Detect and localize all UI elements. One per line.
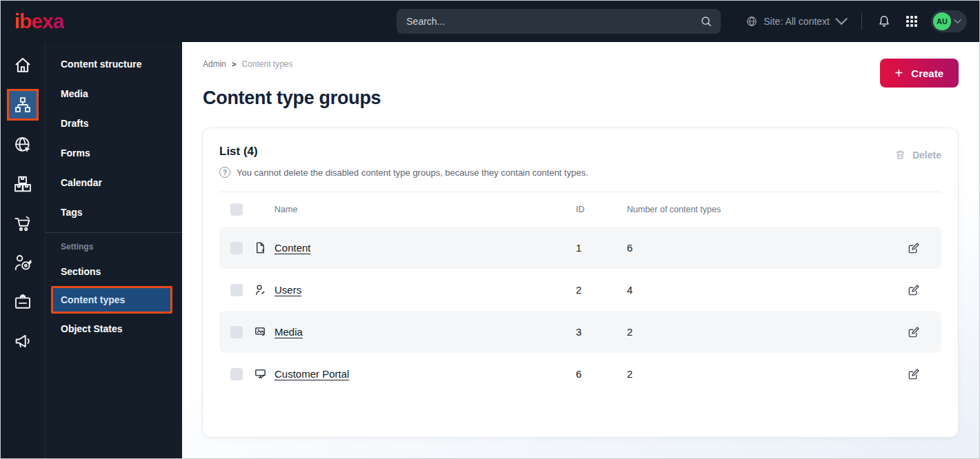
id-badge-icon xyxy=(12,292,33,312)
sidebar-item-object-states[interactable]: Object States xyxy=(46,314,182,343)
secondary-sidebar: Content structure Media Drafts Forms Cal… xyxy=(45,42,182,458)
edit-button[interactable] xyxy=(903,321,925,343)
file-icon xyxy=(254,241,274,254)
site-context-selector[interactable]: Site: All context xyxy=(746,15,848,28)
grid-icon xyxy=(905,14,919,28)
bell-icon xyxy=(877,14,891,28)
rail-item-commerce[interactable] xyxy=(1,203,45,243)
edit-button[interactable] xyxy=(903,363,925,385)
sidebar-item-content-types[interactable]: Content types xyxy=(51,286,172,314)
group-count: 2 xyxy=(627,326,903,338)
sidebar-item-drafts[interactable]: Drafts xyxy=(46,108,182,138)
monitor-icon xyxy=(254,367,274,380)
topbar-right-cluster: Site: All context AU xyxy=(746,10,967,32)
globe-icon xyxy=(746,15,758,28)
chevron-down-icon xyxy=(954,19,961,24)
sidebar-item-forms[interactable]: Forms xyxy=(46,138,182,167)
image-icon xyxy=(254,325,274,338)
delete-button-label: Delete xyxy=(912,150,941,161)
rail-item-dashboard[interactable] xyxy=(1,45,45,85)
rail-item-marketing[interactable] xyxy=(1,321,45,360)
notifications-button[interactable] xyxy=(876,13,892,30)
delete-button[interactable]: Delete xyxy=(894,149,941,161)
rail-item-products[interactable] xyxy=(1,164,45,203)
sitemap-icon xyxy=(13,95,32,114)
home-icon xyxy=(12,55,33,76)
group-count: 4 xyxy=(627,284,903,296)
person-target-icon xyxy=(12,252,33,273)
ibexa-logo[interactable]: ibexa xyxy=(14,11,64,32)
group-link-customer-portal[interactable]: Customer Portal xyxy=(274,368,349,380)
app-window: ibexa Site: All context AU xyxy=(0,0,980,459)
breadcrumb-current: Content types xyxy=(241,59,292,69)
edit-icon xyxy=(908,325,921,338)
search-input[interactable] xyxy=(406,16,700,27)
create-button-label: Create xyxy=(911,68,943,79)
app-grid-button[interactable] xyxy=(903,13,920,30)
table-row: Content 1 6 xyxy=(219,227,941,269)
row-checkbox[interactable] xyxy=(230,326,243,338)
chevron-down-icon xyxy=(835,15,848,28)
rail-item-site[interactable] xyxy=(1,125,45,164)
annotation-highlight xyxy=(7,89,39,121)
group-id: 1 xyxy=(576,242,627,254)
boxes-icon xyxy=(12,174,33,194)
row-checkbox[interactable] xyxy=(230,242,243,254)
help-icon: ? xyxy=(219,167,230,178)
list-info: ? You cannot delete the disabled content… xyxy=(219,167,588,178)
group-id: 2 xyxy=(576,284,627,296)
site-context-label: Site: All context xyxy=(763,16,830,27)
table-row: Users 2 4 xyxy=(219,269,941,311)
table-header-row: Name ID Number of content types xyxy=(219,192,941,227)
search-icon[interactable] xyxy=(700,15,712,28)
plus-icon: + xyxy=(895,66,903,80)
breadcrumb: Admin > Content types xyxy=(203,59,979,69)
edit-icon xyxy=(908,367,921,380)
user-menu[interactable]: AU xyxy=(931,10,967,32)
select-all-checkbox[interactable] xyxy=(230,203,243,216)
group-count: 2 xyxy=(627,368,903,380)
edit-button[interactable] xyxy=(903,237,925,259)
sidebar-item-media[interactable]: Media xyxy=(46,79,182,108)
table-row: Customer Portal 6 2 xyxy=(219,353,941,395)
breadcrumb-admin[interactable]: Admin xyxy=(203,59,226,69)
sidebar-item-content-structure[interactable]: Content structure xyxy=(46,49,182,79)
topbar-divider xyxy=(861,12,862,30)
rail-item-customer-portal[interactable] xyxy=(1,282,45,321)
trash-icon xyxy=(894,149,906,161)
search-bar[interactable] xyxy=(397,9,721,34)
megaphone-icon xyxy=(12,331,33,351)
sidebar-item-tags[interactable]: Tags xyxy=(46,197,182,227)
rail-item-content[interactable] xyxy=(1,85,45,125)
avatar: AU xyxy=(933,12,951,30)
sidebar-divider xyxy=(46,232,182,233)
breadcrumb-separator: > xyxy=(232,60,236,68)
content-type-groups-card: List (4) ? You cannot delete the disable… xyxy=(202,127,959,438)
globe-cursor-icon xyxy=(12,134,33,155)
group-link-content[interactable]: Content xyxy=(274,242,311,254)
group-count: 6 xyxy=(627,242,903,254)
list-info-text: You cannot delete the disabled content t… xyxy=(237,167,588,178)
row-checkbox[interactable] xyxy=(230,284,243,296)
column-header-name: Name xyxy=(274,205,576,214)
rail-item-personalization[interactable] xyxy=(1,243,45,282)
row-checkbox[interactable] xyxy=(230,368,243,380)
user-icon xyxy=(254,283,274,296)
sidebar-item-calendar[interactable]: Calendar xyxy=(46,167,182,197)
column-header-count: Number of content types xyxy=(627,205,903,214)
edit-button[interactable] xyxy=(903,279,925,301)
group-link-users[interactable]: Users xyxy=(274,284,301,296)
page-title: Content type groups xyxy=(203,88,979,109)
group-id: 6 xyxy=(576,368,627,380)
edit-icon xyxy=(908,283,921,296)
cart-icon xyxy=(12,213,33,234)
main-content: Admin > Content types + Create Content t… xyxy=(182,42,979,458)
top-bar: ibexa Site: All context AU xyxy=(1,1,979,42)
column-header-id: ID xyxy=(576,205,627,214)
sidebar-item-sections[interactable]: Sections xyxy=(46,256,182,286)
group-id: 3 xyxy=(576,326,627,338)
group-link-media[interactable]: Media xyxy=(274,326,303,338)
list-title: List (4) xyxy=(219,145,588,159)
table-row: Media 3 2 xyxy=(219,311,941,353)
create-button[interactable]: + Create xyxy=(880,59,959,88)
